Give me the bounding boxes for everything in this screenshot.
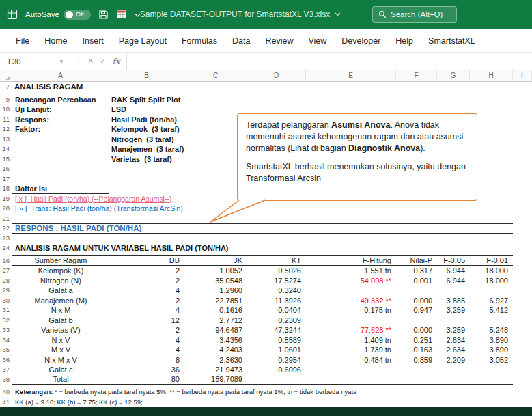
row-header[interactable]: 36 (0, 355, 12, 365)
f-hitung-cell: 1.739 tn (306, 345, 396, 355)
formula-bar-buttons: ⋮ ✕ ✓ fx (68, 53, 127, 70)
name-box-chevron-icon[interactable]: ▾ (59, 58, 63, 65)
menu-tab[interactable]: File (8, 36, 37, 46)
respons-heading-row: RESPONS : HASIL PADI (TON/HA) (12, 223, 532, 234)
menu-tab[interactable]: Insert (75, 36, 111, 46)
cancel-icon[interactable]: ✕ (87, 57, 94, 66)
row-header[interactable]: 10 (0, 105, 12, 115)
row-header[interactable]: 28 (0, 276, 12, 286)
row-header[interactable]: 18 (0, 184, 12, 194)
row-header[interactable]: 22 (0, 223, 12, 234)
menu-tab[interactable]: SmartstatXL (421, 36, 483, 46)
insert-function-button[interactable]: fx (112, 57, 120, 66)
window-bottom-edge (0, 407, 532, 416)
col-header-f001: F-0.01 (470, 255, 513, 265)
row-header[interactable]: 16 (0, 164, 12, 174)
row-header[interactable]: 13 (0, 135, 12, 145)
row-header[interactable]: 21 (0, 214, 12, 224)
row-header[interactable]: 12 (0, 124, 12, 135)
f001-cell: 3.890 (470, 335, 513, 345)
nilai-p-cell: 0.859 (396, 355, 437, 365)
formula-bar: L30 ▾ ⋮ ✕ ✓ fx (0, 53, 532, 70)
menu-tab[interactable]: Home (37, 36, 74, 46)
source-cell: Manajemen (M) (12, 296, 109, 305)
row-header[interactable]: 35 (0, 345, 12, 355)
source-cell: N x V (12, 335, 109, 345)
row-header[interactable]: 29 (0, 286, 12, 296)
toc-link[interactable]: [ » ] Trans: Hasil Padi (ton/ha) (Transf… (12, 204, 183, 213)
row-header[interactable]: 11 (0, 115, 12, 125)
kk-text: KK (a) = 9.18; KK (b) = 7.75; KK (c) = 1… (12, 398, 143, 407)
select-all-corner[interactable] (0, 70, 12, 81)
column-header-f[interactable]: F (396, 70, 437, 81)
workbook-icon[interactable] (116, 10, 126, 19)
nilai-p-cell: 0.000 (396, 325, 437, 335)
row-header[interactable]: 15 (0, 154, 12, 165)
jk-cell: 35.0548 (184, 276, 247, 286)
column-header-a[interactable]: A (12, 70, 109, 81)
row-header[interactable]: 23 (0, 234, 12, 244)
formula-input[interactable] (127, 53, 532, 70)
row-header[interactable]: 34 (0, 335, 12, 346)
db-cell: 36 (109, 365, 184, 374)
row-header[interactable]: 41 (0, 398, 12, 408)
f-hitung-cell: 0.175 tn (306, 305, 396, 315)
row-header[interactable]: 37 (0, 365, 12, 375)
row-header[interactable]: 30 (0, 296, 12, 306)
row-header[interactable]: 40 (0, 387, 12, 398)
toc-link[interactable]: [ x ] Hasil Padi (ton/ha) (--Pelanggaran… (12, 194, 171, 204)
autosave-toggle[interactable]: AutoSave Off (25, 10, 91, 20)
row-header[interactable]: 9 (0, 95, 12, 105)
menu-tab[interactable]: Page Layout (111, 36, 174, 46)
f001-cell: 6.927 (470, 296, 513, 305)
nilai-p-cell: 0.163 (396, 345, 437, 355)
anova-table-row: N x M 4 0.1616 0.0404 0.175 tn 0.947 3.2… (12, 305, 532, 316)
db-cell: 4 (109, 305, 184, 315)
row-header[interactable]: 19 (0, 194, 12, 204)
anova-table-row: N x V 4 3.4356 0.8589 1.409 tn 0.251 2.6… (12, 335, 532, 346)
excel-app-icon[interactable] (7, 9, 18, 20)
anova-table-title: ANALISIS RAGAM UNTUK VARIABEL HASIL PADI… (12, 243, 229, 253)
row-header[interactable]: 26 (0, 256, 12, 266)
save-button[interactable] (98, 10, 109, 20)
toc-heading: Daftar Isi (12, 184, 109, 194)
column-header-b[interactable]: B (109, 70, 184, 81)
row-header[interactable]: 27 (0, 266, 12, 276)
menu-tab[interactable]: Data (225, 36, 257, 46)
column-header-c[interactable]: C (184, 70, 247, 81)
db-cell: 8 (109, 355, 184, 365)
menu-tab[interactable]: View (300, 36, 334, 46)
autosave-switch[interactable]: Off (64, 10, 91, 20)
row-header[interactable]: 38 (0, 375, 12, 385)
row-header[interactable]: 14 (0, 144, 12, 154)
autosave-label: AutoSave (25, 10, 59, 18)
f-hitung-cell: 49.332 ** (306, 296, 396, 305)
row-header[interactable]: 32 (0, 316, 12, 326)
source-cell: Galat a (12, 286, 109, 295)
menu-tab[interactable]: Developer (334, 36, 388, 46)
column-header-g[interactable]: G (437, 70, 470, 81)
menu-tab[interactable]: Help (388, 36, 421, 46)
column-header-d[interactable]: D (247, 70, 306, 81)
menu-tab[interactable]: Formulas (174, 36, 225, 46)
kt-cell: 0.6096 (247, 365, 306, 374)
row-header[interactable]: 24 (0, 243, 12, 253)
row-header[interactable]: 20 (0, 204, 12, 214)
row-header[interactable]: 7 (0, 82, 12, 92)
enter-icon[interactable]: ✓ (100, 57, 106, 66)
window-title[interactable]: Sample DATASET-OUTPUT for SmartstatXL V3… (140, 0, 341, 29)
row-header[interactable]: 33 (0, 325, 12, 335)
anova-warning-callout: Terdapat pelanggaran Asumsi Anova. Anova… (237, 113, 477, 201)
title-bar: AutoSave Off Sample DATASET-OUTPUT for S… (0, 0, 532, 29)
info-label: Respons: (12, 115, 109, 124)
name-box[interactable]: L30 ▾ (0, 53, 68, 70)
row-header[interactable]: 17 (0, 174, 12, 184)
search-box[interactable]: Search (Alt+Q) (372, 6, 457, 23)
jk-cell: 21.9473 (184, 365, 247, 374)
column-header-h[interactable]: H (470, 70, 513, 81)
source-cell: Kelompok (K) (12, 266, 109, 275)
menu-tab[interactable]: Review (257, 36, 300, 46)
column-header-e[interactable]: E (306, 70, 396, 81)
row-header[interactable]: 31 (0, 305, 12, 316)
column-header-i[interactable]: I (513, 70, 532, 81)
